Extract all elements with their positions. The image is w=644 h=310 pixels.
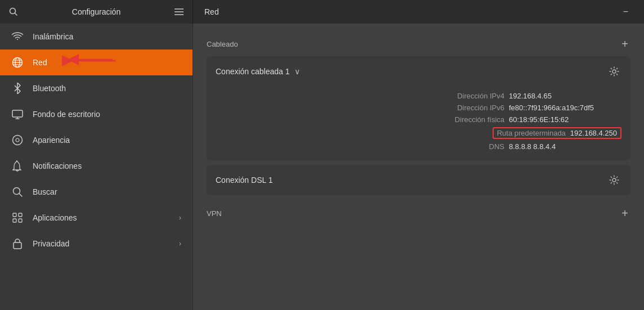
sidebar-label-search: Buscar [33,187,57,196]
svg-rect-23 [14,242,21,249]
sidebar-item-applications[interactable]: Aplicaciones › [0,205,193,231]
sidebar-item-bluetooth[interactable]: Bluetooth [0,75,193,101]
sidebar-item-wireless[interactable]: Inalámbrica [0,24,193,50]
menu-button[interactable] [172,6,186,17]
app-title: Configuración [26,7,167,16]
close-button[interactable]: − [619,5,633,19]
cableado-section-header: Cableado + [207,35,630,56]
svg-point-16 [16,138,19,142]
expand-chevron-icon[interactable]: ∨ [294,67,300,76]
vpn-add-button[interactable]: + [619,208,630,219]
sidebar-item-search[interactable]: Buscar [0,179,193,205]
detail-row-route: Ruta predeterminada 192.168.4.250 [216,125,621,141]
sidebar-label-privacy: Privacidad [33,239,69,248]
sidebar-item-appearance[interactable]: Apariencia [0,127,193,153]
svg-rect-19 [13,213,16,217]
sidebar-label-applications: Aplicaciones [33,213,77,222]
svg-point-25 [612,178,616,182]
ipv4-value: 192.168.4.65 [509,92,621,100]
appearance-icon [11,134,24,146]
sidebar-label-appearance: Apariencia [33,136,70,145]
wifi-icon [11,30,24,43]
svg-point-15 [13,136,23,145]
sidebar: Inalámbrica Red [0,24,193,310]
dns-label: DNS [489,142,504,151]
bell-icon [11,160,24,172]
connection-settings-button-dsl1[interactable] [607,173,621,187]
connection-name-dsl1: Conexión DSL 1 [216,176,272,185]
chevron-icon: › [179,240,181,248]
svg-rect-12 [12,110,23,117]
content-area: Cableado + Conexión cableada 1 ∨ [193,24,644,310]
connection-details-cableada1: Dirección IPv4 192.168.4.65 Dirección IP… [207,87,630,160]
sidebar-label-desktop: Fondo de escritorio [33,110,100,119]
sidebar-item-desktop[interactable]: Fondo de escritorio [0,101,193,127]
route-value: 192.168.4.250 [570,129,617,137]
connection-card-dsl1: Conexión DSL 1 [207,165,630,195]
page-title: Red [204,7,219,16]
svg-line-18 [19,194,22,196]
ipv4-label: Dirección IPv4 [457,92,504,100]
connection-settings-button-cableada1[interactable] [607,64,621,79]
sidebar-item-network[interactable]: Red [0,50,193,75]
detail-row-dns: DNS 8.8.8.8 8.8.4.4 [216,141,621,152]
ipv6-label: Dirección IPv6 [457,104,504,112]
vpn-section: VPN + [207,204,630,226]
chevron-icon: › [179,214,181,222]
svg-line-1 [15,14,17,16]
connection-card-cableada1: Conexión cableada 1 ∨ Dirección IPv4 192… [207,56,630,160]
search-icon [11,186,24,198]
search-button[interactable] [7,5,20,19]
svg-rect-21 [13,219,16,222]
sidebar-label-wireless: Inalámbrica [33,32,73,41]
detail-row-physical: Dirección física 60:18:95:6E:15:62 [216,114,621,125]
route-label: Ruta predeterminada [497,129,566,137]
lock-icon [11,237,24,250]
network-icon [11,56,24,69]
sidebar-label-notifications: Notificaciones [33,161,82,170]
titlebar-left: Configuración [0,0,193,24]
sidebar-item-privacy[interactable]: Privacidad › [0,231,193,257]
svg-rect-20 [19,213,22,217]
physical-label: Dirección física [455,115,504,124]
cableado-label: Cableado [207,40,238,48]
cableado-add-button[interactable]: + [619,38,630,50]
bluetooth-icon [11,82,24,95]
route-highlight-box: Ruta predeterminada 192.168.4.250 [493,127,621,139]
connection-title-dsl1: Conexión DSL 1 [216,176,272,185]
main-layout: Inalámbrica Red [0,24,644,310]
svg-rect-22 [19,219,22,222]
desktop-icon [11,108,24,120]
detail-row-ipv4: Dirección IPv4 192.168.4.65 [216,90,621,102]
connection-header-dsl1: Conexión DSL 1 [207,165,630,195]
vpn-section-header: VPN + [207,204,630,226]
sidebar-label-network: Red [33,58,47,67]
vpn-label: VPN [207,209,222,218]
detail-row-ipv6: Dirección IPv6 fe80::7f91:966a:a19c:7df5 [216,102,621,114]
sidebar-item-notifications[interactable]: Notificaciones [0,153,193,179]
titlebar: Configuración Red − [0,0,644,24]
sidebar-label-bluetooth: Bluetooth [33,84,66,93]
connection-header-cableada1: Conexión cableada 1 ∨ [207,56,630,87]
connection-title-cableada1: Conexión cableada 1 ∨ [216,67,300,76]
dns-value: 8.8.8.8 8.8.4.4 [509,142,621,151]
svg-point-24 [612,70,616,73]
grid-icon [11,212,24,224]
physical-value: 60:18:95:6E:15:62 [509,115,621,124]
titlebar-right: Red − [193,0,644,24]
connection-name-cableada1: Conexión cableada 1 [216,67,290,76]
ipv6-value: fe80::7f91:966a:a19c:7df5 [509,104,621,112]
